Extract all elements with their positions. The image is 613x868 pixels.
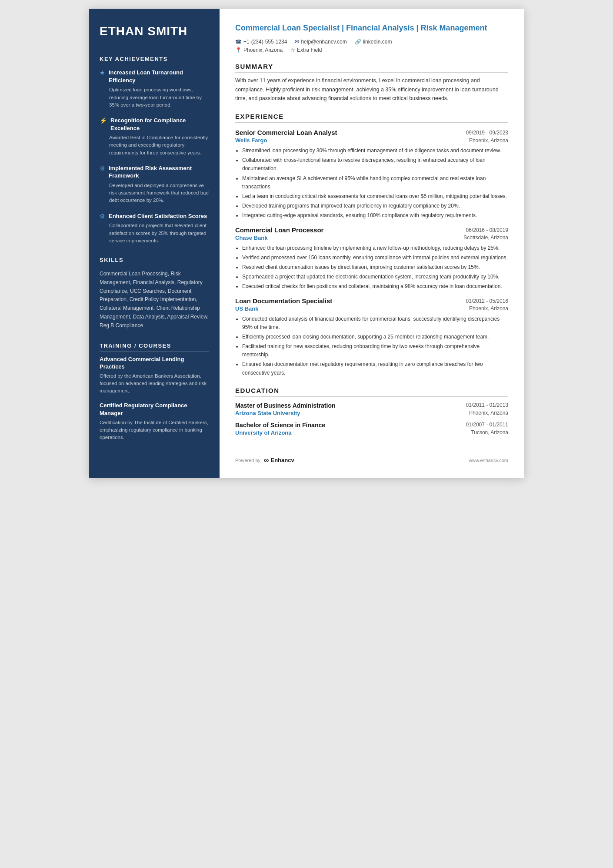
- email-icon: ✉: [295, 39, 299, 45]
- achievements-section-title: KEY ACHIEVEMENTS: [100, 56, 209, 65]
- education-section-title: EDUCATION: [235, 387, 508, 397]
- edu-degree: Master of Business Administration: [235, 402, 336, 409]
- training-section-title: TRAINING / COURSES: [100, 342, 209, 352]
- sidebar: ETHAN SMITH KEY ACHIEVEMENTS ★ Increased…: [89, 9, 220, 478]
- job-location: Phoenix, Arizona: [469, 137, 508, 144]
- job-bullet: Conducted detailed analysis of financial…: [242, 315, 508, 332]
- job-title: Senior Commercial Loan Analyst: [235, 129, 337, 136]
- job-bullet: Facilitated training for new associates,…: [242, 342, 508, 359]
- job-location: Phoenix, Arizona: [469, 305, 508, 312]
- job-bullet: Developed training programs that improve…: [242, 202, 508, 210]
- job-header: Commercial Loan Processor 06/2016 - 08/2…: [235, 226, 508, 234]
- job-location: Scottsdale, Arizona: [463, 235, 508, 241]
- edu-school: Arizona State University: [235, 410, 300, 416]
- linkedin-value: linkedin.com: [363, 39, 392, 45]
- edu-header: Master of Business Administration 01/201…: [235, 402, 508, 409]
- achievement-icon-title: ⚙ Enhanced Client Satisfaction Scores: [100, 212, 209, 220]
- job-bullet: Efficiently processed loan closing docum…: [242, 333, 508, 341]
- job-bullets-list: Enhanced the loan processing timeline by…: [235, 244, 508, 291]
- job-company: Wells Fargo: [235, 137, 267, 144]
- edu-school-row: University of Arizona Tucson, Arizona: [235, 429, 508, 436]
- achievement-title: Recognition for Compliance Excellence: [110, 117, 209, 132]
- achievement-item: ⚡ Recognition for Compliance Excellence …: [100, 117, 209, 157]
- contact-location: 📍 Phoenix, Arizona: [235, 47, 283, 53]
- job-company-row: US Bank Phoenix, Arizona: [235, 305, 508, 312]
- extra-value: Extra Field: [297, 47, 322, 53]
- edu-dates: 01/2011 - 01/2013: [466, 402, 508, 408]
- edu-location: Tucson, Arizona: [471, 429, 508, 436]
- contact-email: ✉ help@enhancv.com: [295, 39, 346, 45]
- experience-list: Senior Commercial Loan Analyst 09/2019 -…: [235, 129, 508, 377]
- achievement-desc: Optimized loan processing workflows, red…: [100, 86, 209, 109]
- training-desc: Certification by The Institute of Certif…: [100, 419, 209, 442]
- job-entry: Commercial Loan Processor 06/2016 - 08/2…: [235, 226, 508, 291]
- achievement-icon: ⚙: [100, 213, 105, 220]
- edu-location: Phoenix, Arizona: [469, 410, 508, 416]
- job-bullet: Spearheaded a project that updated the e…: [242, 273, 508, 281]
- achievement-desc: Developed and deployed a comprehensive r…: [100, 182, 209, 204]
- job-bullet: Enhanced the loan processing timeline by…: [242, 244, 508, 252]
- summary-text: With over 11 years of experience in fina…: [235, 76, 508, 103]
- achievement-icon-title: ⚙ Implemented Risk Assessment Framework: [100, 164, 209, 180]
- contact-phone: ☎ +1-(234)-555-1234: [235, 39, 287, 45]
- main-headline: Commercial Loan Specialist | Financial A…: [235, 23, 508, 34]
- phone-icon: ☎: [235, 39, 242, 45]
- candidate-name: ETHAN SMITH: [100, 24, 209, 38]
- achievement-item: ★ Increased Loan Turnaround Efficiency O…: [100, 69, 209, 109]
- job-dates: 09/2019 - 09/2023: [466, 129, 508, 136]
- training-title: Certified Regulatory Compliance Manager: [100, 402, 209, 417]
- job-company-row: Wells Fargo Phoenix, Arizona: [235, 137, 508, 144]
- summary-section-title: SUMMARY: [235, 63, 508, 73]
- phone-value: +1-(234)-555-1234: [243, 39, 287, 45]
- job-bullets-list: Streamlined loan processing by 30% throu…: [235, 147, 508, 220]
- edu-dates: 01/2007 - 01/2011: [466, 422, 508, 428]
- powered-by-label: Powered by: [235, 458, 260, 463]
- training-item: Advanced Commercial Lending Practices Of…: [100, 355, 209, 395]
- achievement-icon: ⚡: [100, 117, 107, 124]
- training-item: Certified Regulatory Compliance Manager …: [100, 402, 209, 441]
- footer-logo: ∞ Enhancv: [264, 456, 294, 464]
- job-bullet: Integrated cutting-edge appraisal standa…: [242, 211, 508, 220]
- job-entry: Loan Documentation Specialist 01/2012 - …: [235, 297, 508, 377]
- edu-degree: Bachelor of Science in Finance: [235, 422, 325, 429]
- achievement-desc: Awarded Best in Compliance for consisten…: [100, 134, 209, 157]
- skills-section-title: SKILLS: [100, 257, 209, 266]
- job-header: Loan Documentation Specialist 01/2012 - …: [235, 297, 508, 305]
- job-header: Senior Commercial Loan Analyst 09/2019 -…: [235, 129, 508, 136]
- education-entry: Bachelor of Science in Finance 01/2007 -…: [235, 422, 508, 436]
- email-value: help@enhancv.com: [301, 39, 346, 45]
- job-bullet: Executed critical checks for lien positi…: [242, 282, 508, 291]
- job-bullets-list: Conducted detailed analysis of financial…: [235, 315, 508, 377]
- training-list: Advanced Commercial Lending Practices Of…: [100, 355, 209, 442]
- footer-website: www.enhancv.com: [469, 458, 508, 463]
- skills-text: Commercial Loan Processing, Risk Managem…: [100, 270, 209, 330]
- achievement-icon: ★: [100, 69, 105, 76]
- achievements-list: ★ Increased Loan Turnaround Efficiency O…: [100, 69, 209, 245]
- contact-linkedin: 🔗 linkedin.com: [355, 39, 392, 45]
- achievement-item: ⚙ Implemented Risk Assessment Framework …: [100, 164, 209, 204]
- linkedin-icon: 🔗: [355, 39, 361, 45]
- job-bullet: Collaborated with cross-functional teams…: [242, 156, 508, 173]
- job-company: Chase Bank: [235, 235, 267, 241]
- job-bullet: Led a team in conducting critical risk a…: [242, 192, 508, 201]
- contact-extra: ☆ Extra Field: [290, 47, 322, 53]
- job-bullet: Maintained an average SLA achievement of…: [242, 174, 508, 191]
- achievement-icon-title: ★ Increased Loan Turnaround Efficiency: [100, 69, 209, 84]
- job-bullet: Resolved client documentation issues by …: [242, 263, 508, 271]
- main-content: Commercial Loan Specialist | Financial A…: [220, 9, 524, 478]
- job-title: Loan Documentation Specialist: [235, 297, 332, 305]
- edu-school: University of Arizona: [235, 429, 292, 436]
- job-title: Commercial Loan Processor: [235, 226, 323, 234]
- achievement-title: Implemented Risk Assessment Framework: [109, 164, 209, 180]
- education-list: Master of Business Administration 01/201…: [235, 402, 508, 436]
- experience-section-title: EXPERIENCE: [235, 113, 508, 123]
- contact-row2: 📍 Phoenix, Arizona ☆ Extra Field: [235, 47, 508, 53]
- job-dates: 06/2016 - 08/2019: [466, 226, 508, 233]
- contact-row1: ☎ +1-(234)-555-1234 ✉ help@enhancv.com 🔗…: [235, 39, 508, 45]
- job-bullet: Ensured loan documentation met regulator…: [242, 360, 508, 377]
- job-dates: 01/2012 - 05/2016: [466, 297, 508, 304]
- achievement-icon: ⚙: [100, 165, 105, 172]
- achievement-icon-title: ⚡ Recognition for Compliance Excellence: [100, 117, 209, 132]
- edu-school-row: Arizona State University Phoenix, Arizon…: [235, 410, 508, 416]
- training-title: Advanced Commercial Lending Practices: [100, 355, 209, 371]
